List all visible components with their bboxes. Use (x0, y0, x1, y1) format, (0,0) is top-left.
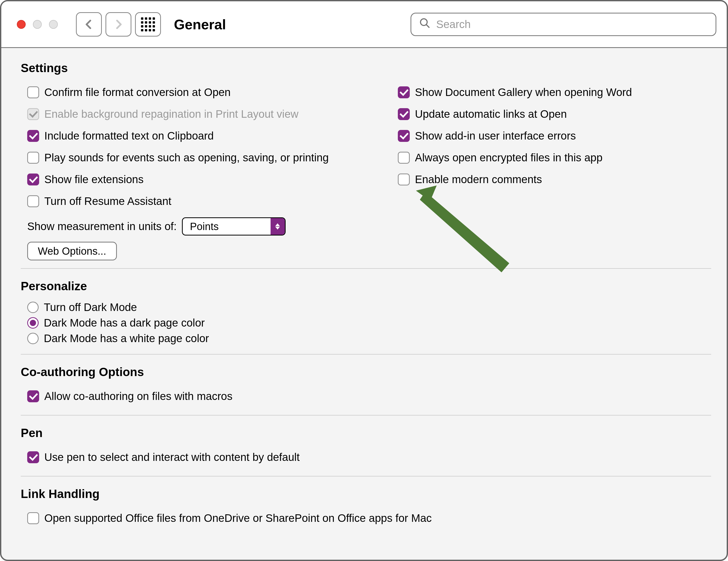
show-file-extensions-checkbox[interactable] (27, 173, 39, 185)
search-field-wrap (411, 13, 716, 36)
dark-mode-white-page-radio[interactable] (27, 333, 39, 344)
traffic-lights (17, 20, 58, 29)
always-open-encrypted-label: Always open encrypted files in this app (415, 151, 603, 164)
divider (21, 268, 711, 269)
nav-buttons (76, 12, 161, 37)
chevron-left-icon (83, 19, 95, 30)
show-document-gallery-checkbox[interactable] (398, 86, 410, 98)
open-supported-office-files-label: Open supported Office files from OneDriv… (44, 512, 432, 524)
confirm-file-format-checkbox[interactable] (27, 86, 39, 98)
zoom-button[interactable] (49, 20, 58, 29)
divider (21, 415, 711, 416)
updown-icon (271, 218, 285, 235)
minimize-button[interactable] (33, 20, 42, 29)
toolbar: General (1, 1, 727, 48)
play-sounds-label: Play sounds for events such as opening, … (44, 151, 329, 164)
allow-coauthoring-macros-label: Allow co-authoring on files with macros (44, 390, 232, 403)
search-input[interactable] (436, 18, 708, 31)
include-formatted-text-label: Include formatted text on Clipboard (44, 130, 214, 142)
update-automatic-links-label: Update automatic links at Open (415, 108, 567, 120)
dark-mode-dark-page-radio[interactable] (27, 317, 39, 329)
dark-mode-white-page-label: Dark Mode has a white page color (44, 332, 209, 345)
measurement-units-select[interactable]: Points (182, 217, 286, 235)
back-button[interactable] (76, 12, 102, 37)
show-document-gallery-label: Show Document Gallery when opening Word (415, 86, 632, 98)
always-open-encrypted-checkbox[interactable] (398, 152, 410, 164)
settings-left-column: Confirm file format conversion at Open E… (21, 81, 384, 260)
enable-modern-comments-label: Enable modern comments (415, 173, 542, 186)
section-title-settings: Settings (21, 61, 711, 75)
svg-line-1 (426, 25, 429, 27)
close-button[interactable] (17, 20, 26, 29)
search-field[interactable] (411, 13, 716, 36)
search-icon (419, 17, 430, 31)
open-supported-office-files-checkbox[interactable] (27, 512, 39, 524)
web-options-button[interactable]: Web Options... (27, 242, 117, 260)
enable-modern-comments-checkbox[interactable] (398, 173, 410, 185)
grid-icon (141, 17, 155, 31)
use-pen-default-checkbox[interactable] (27, 451, 39, 463)
preferences-window: General Settings Confirm file format con… (0, 0, 728, 561)
show-addin-errors-checkbox[interactable] (398, 130, 410, 142)
show-all-button[interactable] (135, 12, 161, 37)
settings-grid: Confirm file format conversion at Open E… (21, 81, 711, 260)
pane-title: General (174, 16, 226, 32)
divider (21, 476, 711, 476)
enable-repagination-checkbox (27, 108, 39, 120)
section-title-pen: Pen (21, 426, 711, 440)
measurement-units-label: Show measurement in units of: (27, 220, 177, 233)
chevron-right-icon (113, 19, 124, 30)
content: Settings Confirm file format conversion … (1, 48, 727, 560)
update-automatic-links-checkbox[interactable] (398, 108, 410, 120)
dark-mode-off-label: Turn off Dark Mode (44, 301, 137, 314)
show-file-extensions-label: Show file extensions (44, 173, 144, 186)
dark-mode-dark-page-label: Dark Mode has a dark page color (44, 317, 205, 329)
enable-repagination-label: Enable background repagination in Print … (44, 108, 299, 120)
web-options-label: Web Options... (38, 245, 106, 257)
section-title-link-handling: Link Handling (21, 487, 711, 501)
settings-right-column: Show Document Gallery when opening Word … (391, 81, 711, 260)
section-title-personalize: Personalize (21, 279, 711, 293)
allow-coauthoring-macros-checkbox[interactable] (27, 390, 39, 402)
section-title-coauthoring: Co-authoring Options (21, 365, 711, 379)
use-pen-default-label: Use pen to select and interact with cont… (44, 451, 300, 464)
confirm-file-format-label: Confirm file format conversion at Open (44, 86, 231, 98)
divider (21, 354, 711, 355)
include-formatted-text-checkbox[interactable] (27, 130, 39, 142)
turn-off-resume-assistant-checkbox[interactable] (27, 195, 39, 207)
dark-mode-off-radio[interactable] (27, 302, 39, 313)
forward-button[interactable] (105, 12, 131, 37)
show-addin-errors-label: Show add-in user interface errors (415, 130, 576, 142)
measurement-units-value: Points (183, 221, 271, 232)
play-sounds-checkbox[interactable] (27, 152, 39, 164)
turn-off-resume-assistant-label: Turn off Resume Assistant (44, 195, 171, 207)
